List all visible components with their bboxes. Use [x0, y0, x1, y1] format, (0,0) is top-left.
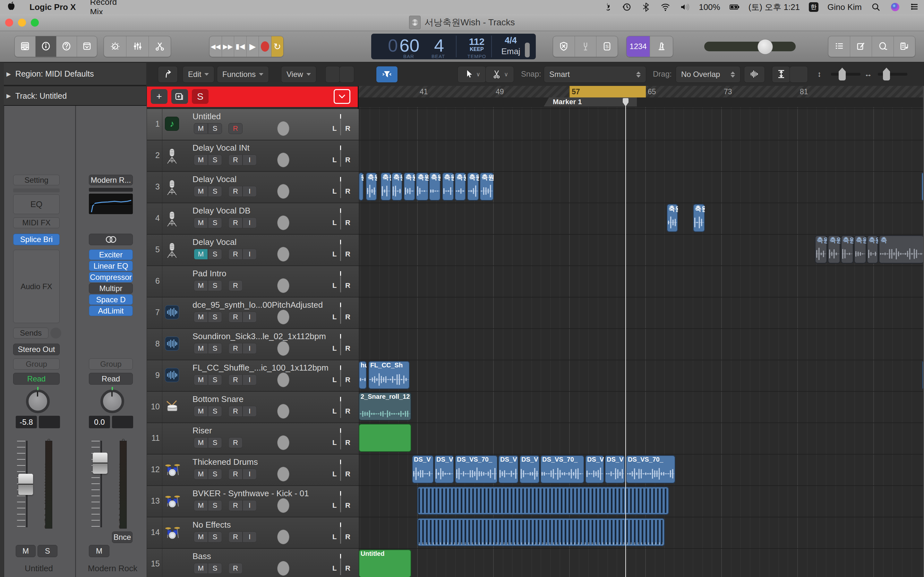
blank-button-2[interactable]	[339, 66, 354, 83]
playhead[interactable]	[625, 98, 626, 577]
solo-mode-button[interactable]: S	[596, 36, 618, 57]
inspector-button[interactable]	[36, 36, 57, 57]
vertical-zoom-thumb[interactable]	[838, 68, 846, 81]
pan-knob-1[interactable]	[26, 390, 50, 413]
region-DS_VS_70_[interactable]: DS_VS_70_	[455, 455, 498, 484]
record-enable-button[interactable]: R	[228, 563, 242, 574]
track-name[interactable]: Bass	[192, 551, 330, 561]
toolbar-button[interactable]	[77, 36, 97, 57]
send-knob[interactable]	[50, 327, 61, 338]
input-monitor-button[interactable]: I	[242, 249, 257, 259]
region-축원_1.[interactable]: 축원_1.	[480, 172, 494, 201]
region-축[interactable]: 축	[879, 235, 924, 263]
mute-button[interactable]: M	[194, 532, 208, 542]
region-축원_[interactable]: 축원_	[391, 172, 402, 201]
track-header-1[interactable]: 1♪UntitledMSRLR	[147, 109, 359, 140]
pan-knob[interactable]	[277, 467, 289, 482]
region-축원[interactable]: 축원	[867, 235, 878, 263]
lcd-tempo-value[interactable]: 112	[462, 36, 491, 47]
edit-menu-button[interactable]: Edit	[183, 66, 214, 83]
input-monitor-button[interactable]: I	[242, 532, 257, 542]
search-icon[interactable]	[866, 0, 885, 14]
lcd-tempo-mode[interactable]: KEEP	[462, 47, 491, 52]
pan-knob[interactable]	[277, 184, 289, 199]
region-FL_CC_Sh[interactable]: FL_CC_Sh	[368, 361, 410, 389]
lcd-time-signature[interactable]: 4/4	[497, 35, 525, 45]
pan-knob[interactable]	[277, 561, 289, 576]
lcd-display[interactable]: 0 60 4 BAR BEAT 112 KEEP TEMPO 4/4 Emaj	[371, 34, 536, 59]
solo-button[interactable]: S	[208, 123, 222, 134]
track-header-8[interactable]: 8Soundiron_Sick3...le_02_1x112bpmMSRILR	[147, 329, 359, 360]
input-monitor-button[interactable]: I	[242, 311, 257, 322]
stop-button[interactable]: ▮◀	[234, 36, 247, 57]
record-enable-button[interactable]: R	[228, 186, 242, 197]
mute-button[interactable]: M	[194, 249, 208, 259]
region-DS_VS_70_[interactable]: DS_VS_70_	[626, 455, 675, 484]
mute-button[interactable]: M	[194, 374, 208, 385]
input-monitor-button[interactable]: I	[242, 406, 257, 417]
region-축원_[interactable]: 축원_	[381, 172, 391, 201]
automation-mode-button-2[interactable]: Read	[89, 373, 133, 385]
track-header-5[interactable]: 5Delay VocalMSRILR	[147, 235, 359, 266]
track-name[interactable]: dce_95_synth_lo...00PitchAdjusted	[192, 300, 330, 310]
track-name[interactable]: Riser	[192, 426, 330, 436]
pointer-tool-button[interactable]: ∨	[457, 66, 486, 83]
track-header-10[interactable]: 10Bottom SnareMSRILR	[147, 392, 359, 423]
input-monitor-button[interactable]: I	[242, 218, 257, 228]
play-button[interactable]: ▶	[247, 36, 259, 57]
input-monitor-button[interactable]: I	[242, 343, 257, 354]
solo-button[interactable]: S	[208, 437, 222, 448]
add-track-button[interactable]: +	[151, 89, 168, 104]
track-name[interactable]: Untitled	[192, 111, 330, 121]
bluetooth-icon[interactable]	[636, 0, 656, 14]
plugin-slot-multipr[interactable]: Multipr	[89, 283, 133, 293]
waveform-zoom-button[interactable]	[744, 66, 765, 83]
input-monitor-button[interactable]: I	[242, 469, 257, 480]
track-header-7[interactable]: 7dce_95_synth_lo...00PitchAdjustedMSRILR	[147, 298, 359, 329]
instrument-slot-button[interactable]: Splice Bri	[13, 234, 60, 245]
rewind-button[interactable]: ◀◀	[210, 36, 222, 57]
note-pads-button[interactable]	[850, 36, 872, 57]
midi-fx-slot-button[interactable]: MIDI FX	[13, 218, 60, 228]
region-축원_[interactable]: 축원_	[455, 172, 466, 201]
smart-controls-button[interactable]	[104, 36, 126, 57]
region-축원_[interactable]: 축원_	[404, 172, 415, 201]
solo-button[interactable]: S	[208, 500, 222, 511]
input-monitor-button[interactable]: I	[242, 374, 257, 385]
region-축원_[interactable]: 축원_	[366, 172, 377, 201]
mute-button[interactable]: M	[194, 469, 208, 480]
mute-button[interactable]: M	[194, 437, 208, 448]
solo-button[interactable]: S	[208, 218, 222, 228]
mute-button-strip-2[interactable]: M	[89, 545, 110, 557]
record-enable-button[interactable]: R	[228, 123, 242, 134]
battery-icon[interactable]	[725, 0, 744, 14]
list-editors-button[interactable]	[829, 36, 850, 57]
track-header-4[interactable]: 4Delay Vocal DBMSRILR	[147, 203, 359, 235]
apple-loops-button[interactable]	[872, 36, 894, 57]
eq-thumbnail-slot[interactable]	[13, 189, 60, 192]
secondary-tool-button[interactable]: ∨	[485, 66, 514, 83]
track-name[interactable]: Thickened Drums	[192, 457, 330, 467]
snap-dropdown[interactable]: Smart	[544, 66, 646, 83]
pan-knob[interactable]	[277, 278, 289, 293]
region-축원_[interactable]: 축원_	[467, 172, 479, 201]
solo-button[interactable]: S	[208, 249, 222, 259]
plugin-slot-adlimit[interactable]: AdLimit	[89, 306, 133, 316]
replace-button[interactable]	[553, 36, 575, 57]
input-source-badge[interactable]: 한	[804, 0, 823, 14]
zoom-blank-button[interactable]	[790, 66, 808, 83]
track-header-11[interactable]: 11RiserMSRLR	[147, 423, 359, 455]
track-header-3[interactable]: 3Delay VocalMSRILR	[147, 172, 359, 203]
peak-value-2[interactable]	[112, 416, 133, 428]
record-enable-button[interactable]: R	[228, 374, 242, 385]
channel-setting-button[interactable]: Setting	[13, 175, 60, 185]
fader-cap-2[interactable]	[93, 453, 107, 474]
cycle-button[interactable]: ↻	[271, 36, 284, 57]
mute-button-strip-1[interactable]: M	[16, 545, 36, 557]
region-DS_V[interactable]: DS_V	[605, 455, 625, 484]
pan-knob[interactable]	[277, 247, 289, 261]
catch-playhead-button[interactable]	[158, 66, 178, 83]
global-solo-button[interactable]: S	[192, 89, 208, 104]
solo-button[interactable]: S	[208, 374, 222, 385]
mute-button[interactable]: M	[194, 311, 208, 322]
